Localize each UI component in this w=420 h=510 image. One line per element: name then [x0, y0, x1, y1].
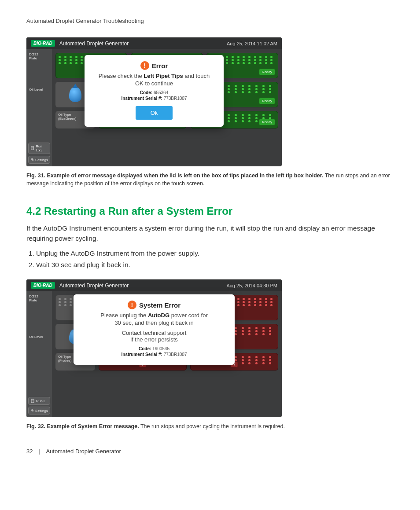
page-number: 32 [26, 448, 33, 455]
ok-button[interactable]: Ok [136, 106, 173, 120]
gear-icon [30, 158, 34, 162]
device-time: Aug 25, 2014 11:02 AM [227, 41, 277, 46]
device-title: Automated Droplet Generator [59, 40, 227, 47]
steps-list: Unplug the AutoDG Instrument from the po… [26, 249, 394, 269]
device-time: Aug 25, 2014 04:30 PM [226, 283, 277, 288]
page-header: Automated Droplet Generator Troubleshoot… [26, 18, 394, 24]
settings-label: Settings [35, 158, 48, 162]
clipboard-icon [30, 146, 34, 150]
figure-32-caption: Fig. 32. Example of System Error message… [26, 422, 394, 430]
ready-badge: Ready [259, 119, 275, 125]
brand-logo: BIO-RAD [31, 40, 55, 47]
plate-label: DG32 Plate [26, 294, 52, 305]
runlog-button[interactable]: Run Log [28, 143, 50, 154]
error-icon: ! [140, 61, 149, 70]
oil-drop-icon [69, 87, 81, 102]
device-titlebar: BIO-RAD Automated Droplet Generator Aug … [26, 37, 282, 49]
error-dialog: ! Error Please check the Left Pipet Tips… [85, 55, 224, 127]
settings-button[interactable]: Settings [28, 407, 50, 415]
step-item: Unplug the AutoDG Instrument from the po… [36, 249, 394, 257]
sidebar: DG32 Plate Oil Level Run Log Settin [26, 49, 52, 166]
brand-logo: BIO-RAD [31, 282, 55, 289]
dialog-title: System Error [139, 301, 181, 309]
ready-badge: Ready [259, 98, 275, 104]
device-titlebar: BIO-RAD Automated Droplet Generator Aug … [26, 279, 282, 291]
dialog-message: Please check the Left Pipet Tips and tou… [92, 73, 216, 88]
runlog-label: Run L [36, 399, 45, 403]
dialog-message: Please unplug the AutoDG power cord for … [81, 312, 227, 327]
figure-31-screenshot: BIO-RAD Automated Droplet Generator Aug … [26, 37, 282, 166]
section-paragraph: If the AutoDG Instrument encounters a sy… [26, 224, 394, 243]
sidebar: DG32 Plate Oil Level Run L Settings [26, 291, 52, 417]
device-title: Automated Droplet Generator [59, 283, 227, 289]
svg-point-4 [32, 159, 33, 161]
figure-31-caption: Fig. 31. Example of error message displa… [26, 172, 394, 187]
dialog-code: Code: 1900545 [81, 346, 227, 351]
system-error-dialog: ! System Error Please unplug the AutoDG … [74, 294, 235, 365]
runlog-button[interactable]: Run L [28, 397, 50, 405]
gear-icon [30, 408, 34, 413]
dialog-code: Code: 655364 [92, 90, 216, 95]
runlog-label: Run Log [36, 144, 48, 152]
figure-32-screenshot: BIO-RAD Automated Droplet Generator Aug … [26, 279, 282, 417]
oil-level-label: Oil Level [26, 87, 52, 95]
dialog-serial: Instrument Serial #: 773BR1007 [92, 96, 216, 101]
svg-rect-5 [31, 399, 34, 403]
dialog-serial: Instrument Serial #: 773BR1007 [81, 352, 227, 357]
step-item: Wait 30 sec and plug it back in. [36, 261, 394, 269]
page-footer: 32 | Automated Droplet Generator [26, 448, 394, 455]
section-heading: 4.2 Restarting a Run after a System Erro… [26, 205, 394, 217]
clipboard-icon [30, 399, 35, 403]
plate-label: DG32 Plate [26, 52, 52, 63]
oil-level-label: Oil Level [26, 334, 52, 342]
dialog-submessage: Contact technical support if the error p… [81, 330, 227, 343]
dialog-title: Error [152, 62, 168, 70]
ready-badge: Ready [259, 69, 275, 75]
settings-label: Settings [35, 409, 48, 413]
footer-title: Automated Droplet Generator [46, 448, 121, 455]
settings-button[interactable]: Settings [28, 156, 50, 164]
svg-point-8 [32, 411, 33, 412]
error-icon: ! [128, 301, 136, 309]
